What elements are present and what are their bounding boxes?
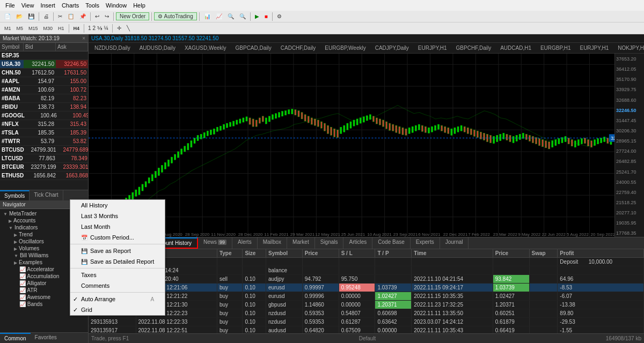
crosshair-btn[interactable]: ✛ [115,24,123,32]
timeframe-m5[interactable]: M5 [14,25,26,32]
menu-auto-arrange[interactable]: ✓ Auto Arrange A [70,294,165,304]
timeframe-m1[interactable]: M1 [2,25,13,32]
table-row[interactable]: 2.11.08 14:14:24 balance [89,266,644,275]
stop-btn[interactable]: ■ [262,12,270,20]
chart-tab-xagusd[interactable]: XAGUSD,Weekly [181,44,230,52]
svg-rect-186 [597,139,599,144]
chart-tab-gbpcad[interactable]: GBPCAD,Daily [232,44,275,52]
table-row[interactable]: 293135883 2022.11.08 12:21:06 buy 0.10 e… [89,284,644,292]
chart-tab-cadchf[interactable]: CADCHF,Daily [277,44,319,52]
menu-custom-period[interactable]: 📅 Custom Period... [70,232,165,243]
chart-btn4[interactable]: 🔍 [237,12,248,20]
menu-taxes[interactable]: Taxes [70,270,165,280]
cut-btn[interactable]: ✂ [56,12,64,20]
chart-tab-eurgbp-w[interactable]: EURGBP,Weekly [321,44,369,52]
mw-row-bidu[interactable]: #BIDU 138.73 138.94 [0,103,88,111]
menu-view[interactable]: View [18,2,38,9]
mw-row-btceur[interactable]: BTCEUR 23279.199 23339.301 [0,163,88,172]
tab-tick-chart[interactable]: Tick Chart [30,190,63,200]
copy-btn[interactable]: 📋 [65,12,76,20]
chart-btn1[interactable]: 📊 [202,12,213,20]
chart-tab-cadjpy[interactable]: CADJPY,Daily [372,44,412,52]
tab-alerts[interactable]: Alerts [232,237,258,249]
table-row[interactable]: 293050717 Deposit 10,000.00 [89,258,644,266]
chart-tab-audusd[interactable]: AUDUSD,Daily [136,44,179,52]
chart-tab-audcad[interactable]: AUDCAD,H1 [497,44,535,52]
menu-window[interactable]: Window [103,2,130,9]
tab-news[interactable]: News99 [198,237,232,249]
save-btn[interactable]: 💾 [26,12,36,20]
open-btn[interactable]: 📂 [14,12,25,20]
paste-btn[interactable]: 📌 [77,12,88,20]
mw-row-twtr[interactable]: #TWTR 53.79 53.82 [0,137,88,146]
print-btn[interactable]: 🖨 [41,12,51,20]
menu-insert[interactable]: Insert [37,2,58,9]
svg-rect-109 [347,123,348,130]
mw-row-usa30[interactable]: USA.30 32241.50 32246.50 [0,60,88,69]
menu-help[interactable]: Help [130,2,149,9]
mw-row-chn50[interactable]: CHN.50 17612.50 17631.50 [0,69,88,77]
mw-row-baba[interactable]: #BABA 82.19 82.23 [0,94,88,103]
auto-trading-btn[interactable]: ⚙ AutoTrading [154,12,196,20]
table-row[interactable]: 2.11.08 12:20:40 sell 0.10 audjpy 94.792… [89,275,644,284]
timeframe-h1[interactable]: H1 [56,25,67,32]
chart-tab-eurjpy-h1b[interactable]: EURJPY,H1 [576,44,612,52]
table-row[interactable]: 293135913 2022.11.08 12:22:33 buy 0.10 n… [89,318,644,326]
line-btn[interactable]: ╲ [125,24,132,32]
mw-row-ltcusd[interactable]: LTCUSD 77.863 78.349 [0,154,88,163]
mw-row-btcusd[interactable]: BTCUSD 24799.301 24779.689 [0,146,88,154]
menu-save-detailed[interactable]: 💾 Save as Detailed Report [70,256,165,267]
menu-last-3-months[interactable]: Last 3 Months [70,211,165,221]
table-row[interactable]: 293135895 2022.11.08 12:21:22 buy 0.10 e… [89,292,644,301]
menu-save-as-report[interactable]: 💾 Save as Report [70,245,165,256]
tab-articles[interactable]: Articles [343,237,372,249]
svg-rect-155 [496,135,498,141]
menu-grid[interactable]: ✓ Grid [70,304,165,315]
svg-text:6 Nov 2021: 6 Nov 2021 [418,232,441,237]
nav-tab-common[interactable]: Common [0,333,31,343]
chart-tab-gbpchf[interactable]: GBPCHF,Daily [453,44,495,52]
tab-market[interactable]: Market [287,237,315,249]
menu-all-history[interactable]: All History [70,200,165,211]
undo-btn[interactable]: ↩ [93,12,101,20]
nav-tab-favorites[interactable]: Favorites [31,333,61,343]
menu-last-month[interactable]: Last Month [70,221,165,232]
menu-tools[interactable]: Tools [82,2,103,9]
chart-tab-eurgbp-h1[interactable]: EURGBP,H1 [537,44,574,52]
timeframe-h4[interactable]: H4 [71,25,82,32]
timeframe-m15[interactable]: M15 [26,25,40,32]
table-row[interactable]: 293135896 2022.11.08 12:21:30 buy 0.10 g… [89,301,644,309]
menu-charts[interactable]: Charts [58,2,82,9]
mw-row-tsla[interactable]: #TSLA 185.35 185.39 [0,129,88,137]
chart-tab-nzdusd[interactable]: NZDUSD,Daily [91,44,134,52]
mw-row-amzn[interactable]: #AMZN 100.69 100.72 [0,86,88,94]
chart-tab-eurjpy-h1[interactable]: EURJPY,H1 [415,44,450,52]
tab-journal[interactable]: Journal [440,237,469,249]
new-btn[interactable]: 📄 [2,12,13,20]
chart-btn3[interactable]: 🔍 [225,12,236,20]
history-table: Order Time Type Size Symbol Price S / L … [89,249,644,333]
menu-file[interactable]: File [2,2,18,9]
table-row[interactable]: 293135917 2022.11.08 12:22:51 buy 0.10 a… [89,326,644,334]
svg-rect-47 [145,182,147,187]
table-row[interactable]: 293135910 2022.11.08 12:22:23 buy 0.10 n… [89,309,644,318]
mw-row-nflx[interactable]: #NFLX 315.28 315.43 [0,120,88,129]
mw-row-ethusd[interactable]: ETHUSD 1656.842 1663.868 [0,172,88,180]
tab-symbols[interactable]: Symbols [0,190,30,200]
chart-tab-nokjpy[interactable]: NOKJPY,H1 [614,44,644,52]
chart-btn2[interactable]: 📈 [214,12,224,20]
mw-row-aapl[interactable]: #AAPL 154.97 155.00 [0,77,88,86]
timeframe-m30[interactable]: M30 [41,25,55,32]
redo-btn[interactable]: ↪ [103,12,111,20]
tab-mailbox[interactable]: Mailbox [258,237,287,249]
market-watch-close[interactable]: × [82,35,85,41]
tab-code-base[interactable]: Code Base [372,237,410,249]
mw-row-googl[interactable]: #GOOGL 100.46 100.49 [0,111,88,120]
settings-btn[interactable]: ⚙ [275,12,284,20]
tab-experts[interactable]: Experts [411,237,440,249]
tab-signals[interactable]: Signals [315,237,344,249]
menu-comments[interactable]: Comments [70,280,165,291]
new-order-btn[interactable]: New Order [116,12,149,20]
mw-row-esp[interactable]: ESP.35 [0,51,88,60]
green-btn[interactable]: ▶ [253,12,261,20]
